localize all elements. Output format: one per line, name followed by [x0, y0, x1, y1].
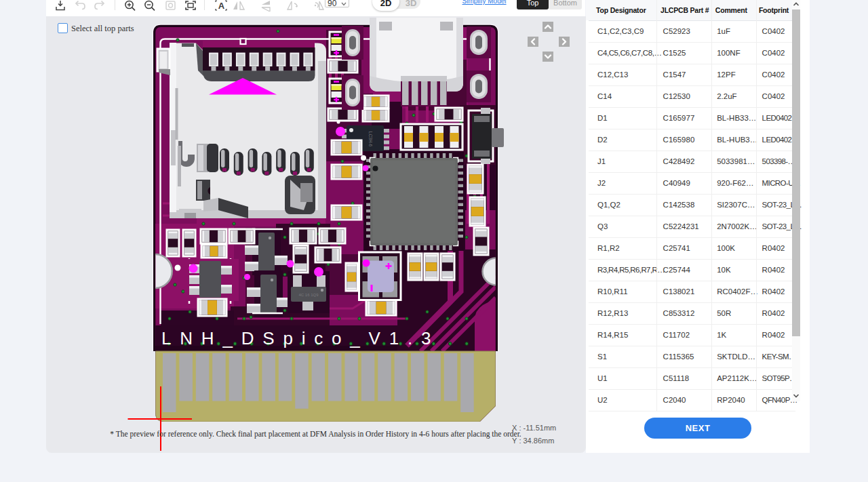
- svg-text:A: A: [218, 1, 225, 11]
- svg-text:4C 16 1Q9: 4C 16 1Q9: [298, 293, 319, 297]
- svg-text:LNH_DSpico_V1.3: LNH_DSpico_V1.3: [161, 328, 439, 348]
- svg-text:LC3H-6: LC3H-6: [368, 132, 373, 147]
